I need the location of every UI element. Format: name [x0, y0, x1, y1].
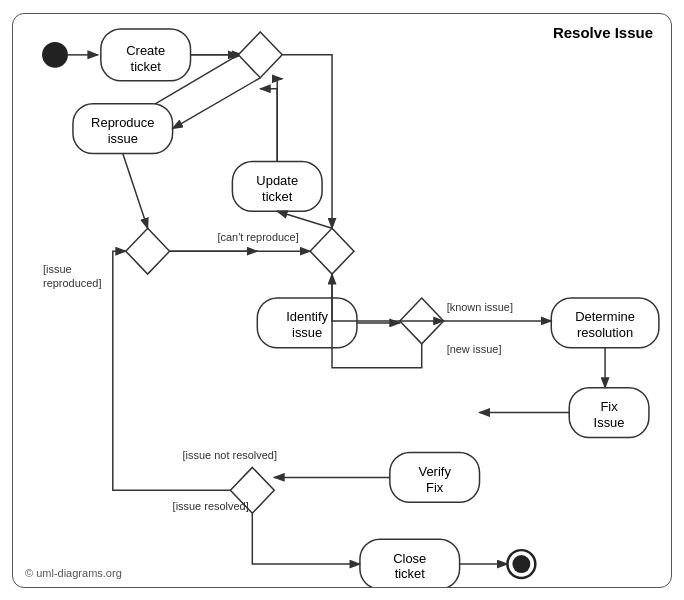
label-new-issue: [new issue]	[447, 342, 502, 354]
identify-issue-label1: Identify	[286, 309, 328, 324]
reproduce-issue-label2: issue	[108, 130, 138, 145]
close-ticket-label1: Close	[393, 550, 426, 565]
reproduce-issue-label1: Reproduce	[91, 115, 154, 130]
determine-resolution-label1: Determine	[575, 309, 635, 324]
arrow-updateticket-dtop	[260, 88, 277, 161]
label-issue-reproduced2: reproduced]	[43, 277, 101, 289]
verify-fix-label1: Verify	[418, 463, 451, 478]
fix-issue-label2: Issue	[594, 414, 625, 429]
arrow-d3-updateticket	[277, 211, 332, 228]
close-ticket-label2: ticket	[395, 566, 426, 581]
label-not-resolved: [issue not resolved]	[183, 449, 277, 461]
arrow-resolved-close	[252, 513, 360, 564]
diamond-cant-reproduce	[310, 228, 354, 274]
start-node	[42, 41, 68, 67]
label-known-issue: [known issue]	[447, 300, 513, 312]
update-ticket-label1: Update	[256, 172, 298, 187]
label-resolved: [issue resolved]	[173, 500, 249, 512]
arrow-updateticket-dtop2	[277, 78, 282, 161]
end-node-inner	[512, 555, 530, 573]
label-cant-reproduce: [can't reproduce]	[217, 231, 298, 243]
label-issue-reproduced: [issue	[43, 263, 72, 275]
fix-issue-label1: Fix	[600, 399, 618, 414]
arrow-reproduce-d2	[123, 153, 148, 228]
update-ticket-label2: ticket	[262, 188, 293, 203]
diagram-container: Resolve Issue © uml-diagrams.org Create …	[12, 13, 672, 588]
diamond-mid-left	[126, 228, 170, 274]
create-ticket-label2: ticket	[131, 59, 162, 74]
determine-resolution-label2: resolution	[577, 325, 633, 340]
create-ticket-label: Create	[126, 43, 165, 58]
identify-issue-label2: issue	[292, 325, 322, 340]
diamond-top	[238, 31, 282, 77]
verify-fix-label2: Fix	[426, 479, 444, 494]
